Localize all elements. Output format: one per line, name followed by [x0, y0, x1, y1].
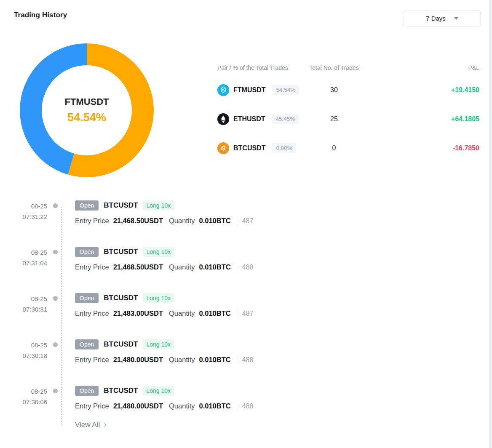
pairs-table: Pair / % of the Total Trades Total No. o… [217, 60, 479, 163]
donut-center-percent: 54.54% [67, 111, 106, 124]
entry-price-value: 21,468.50USDT [113, 263, 163, 271]
period-dropdown-value: 7 Days [426, 15, 446, 22]
entry-price-label: Entry Price [75, 217, 109, 225]
pnl-value: -16.7850 [361, 144, 479, 152]
entry-price-value: 21,480.00USDT [113, 356, 163, 364]
donut-center: FTMUSDT 54.54% [42, 65, 132, 155]
trading-history-panel: Trading History 7 Days FTMUSDT 54.54% Pa… [0, 0, 492, 448]
entry-price-value: 21,480.00USDT [113, 402, 163, 410]
status-badge: Open [75, 247, 99, 257]
order-number: 487 [242, 310, 254, 317]
entry-date: 08-25 [14, 293, 47, 304]
quantity-label: Quantity [169, 309, 195, 317]
entry-time: 07:30:31 [14, 304, 47, 315]
divider [237, 356, 237, 364]
percent-badge: 54.54% [272, 85, 299, 95]
divider [237, 263, 237, 271]
order-number: 488 [242, 264, 254, 271]
trades-count: 30 [307, 86, 361, 94]
pair-label: BTCUSDT [104, 340, 138, 349]
quantity-label: Quantity [169, 356, 195, 364]
quantity-value: 0.010BTC [199, 309, 230, 317]
column-header-pair: Pair / % of the Total Trades [217, 64, 307, 71]
timeline-entry: 08-25 07:30:06 Open BTCUSDT Long 10x Ent… [14, 386, 309, 416]
divider [237, 217, 237, 225]
timeline-entry: 08-25 07:31:22 Open BTCUSDT Long 10x Ent… [14, 200, 309, 247]
donut-center-pair: FTMUSDT [64, 96, 109, 107]
timeline-dot-icon [53, 250, 58, 254]
entry-time: 07:30:18 [14, 350, 47, 361]
timeline-entry: 08-25 07:30:31 Open BTCUSDT Long 10x Ent… [14, 293, 309, 339]
table-row: ETHUSDT 45.45% 25 +64.1805 [217, 104, 479, 133]
percent-badge: 45.45% [272, 114, 299, 124]
status-badge: Open [75, 293, 99, 303]
eth-icon [217, 113, 229, 125]
side-badge: Long 10x [143, 339, 174, 349]
quantity-value: 0.010BTC [199, 263, 230, 271]
pair-label: BTCUSDT [233, 144, 265, 152]
entry-price-label: Entry Price [75, 356, 109, 364]
entry-price-label: Entry Price [75, 402, 109, 410]
page-title: Trading History [14, 11, 67, 19]
pair-label: ETHUSDT [233, 115, 265, 123]
timeline-entry: 08-25 07:30:18 Open BTCUSDT Long 10x Ent… [14, 339, 309, 386]
entry-price-value: 21,468.50USDT [113, 217, 163, 225]
trades-count: 0 [307, 144, 361, 152]
table-row: B BTCUSDT 0.00% 0 -16.7850 [217, 133, 479, 163]
column-header-pnl: P&L [361, 64, 479, 71]
side-badge: Long 10x [143, 293, 174, 303]
quantity-value: 0.010BTC [199, 402, 230, 410]
pair-label: BTCUSDT [104, 201, 138, 210]
order-number: 487 [242, 217, 254, 225]
timeline-dot-icon [53, 203, 58, 208]
side-badge: Long 10x [143, 386, 174, 396]
timeline-dot-icon [53, 342, 58, 347]
entry-time: 07:30:06 [14, 397, 47, 407]
pnl-value: +64.1805 [361, 115, 479, 123]
divider [237, 402, 237, 410]
timeline-entry: 08-25 07:31:04 Open BTCUSDT Long 10x Ent… [14, 247, 309, 293]
pairs-table-header: Pair / % of the Total Trades Total No. o… [217, 60, 479, 75]
side-badge: Long 10x [143, 200, 174, 211]
pair-label: FTMUSDT [233, 86, 265, 94]
entry-price-label: Entry Price [75, 309, 109, 317]
view-all-link[interactable]: View All › [75, 420, 106, 429]
divider [237, 309, 237, 317]
pair-label: BTCUSDT [104, 248, 138, 256]
quantity-label: Quantity [169, 263, 195, 271]
entry-date: 08-25 [14, 386, 47, 397]
side-badge: Long 10x [143, 247, 174, 257]
pair-label: BTCUSDT [104, 387, 138, 395]
column-header-trades: Total No. of Trades [307, 64, 361, 71]
entry-date: 08-25 [14, 247, 47, 258]
ftm-icon [217, 84, 229, 96]
trades-count: 25 [307, 115, 361, 123]
table-row: FTMUSDT 54.54% 30 +19.4150 [217, 75, 479, 104]
timeline-dot-icon [53, 389, 58, 393]
quantity-value: 0.010BTC [199, 356, 230, 364]
entry-date: 08-25 [14, 201, 47, 211]
entry-time: 07:31:22 [14, 211, 47, 222]
entry-price-value: 21,483.00USDT [113, 309, 163, 317]
status-badge: Open [75, 339, 99, 349]
quantity-label: Quantity [169, 217, 195, 225]
donut-chart: FTMUSDT 54.54% [20, 43, 154, 177]
btc-icon: B [217, 142, 229, 154]
chevron-right-icon: › [104, 420, 106, 429]
period-dropdown[interactable]: 7 Days [404, 10, 481, 27]
quantity-label: Quantity [169, 402, 195, 410]
order-number: 488 [242, 403, 254, 410]
order-number: 488 [242, 356, 254, 364]
pnl-value: +19.4150 [361, 86, 479, 94]
percent-badge: 0.00% [272, 143, 296, 153]
quantity-value: 0.010BTC [199, 217, 230, 225]
entry-date: 08-25 [14, 340, 47, 350]
chevron-down-icon [454, 17, 458, 20]
scrollbar[interactable] [489, 0, 492, 448]
entry-price-label: Entry Price [75, 263, 109, 271]
trades-timeline: 08-25 07:31:22 Open BTCUSDT Long 10x Ent… [14, 200, 309, 429]
status-badge: Open [75, 386, 99, 396]
pair-label: BTCUSDT [104, 294, 138, 302]
view-all-label: View All [75, 421, 100, 429]
status-badge: Open [75, 200, 99, 211]
